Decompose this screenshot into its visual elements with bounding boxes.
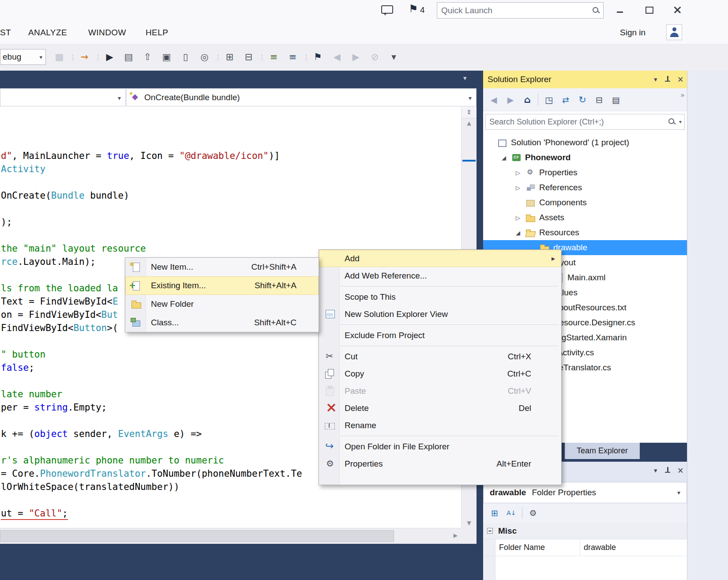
horizontal-scrollbar[interactable]: ▶ xyxy=(0,528,461,544)
outdent-icon[interactable] xyxy=(284,49,302,64)
tree-item-resources[interactable]: ◢Resources xyxy=(483,225,687,240)
deploy-icon[interactable] xyxy=(139,49,157,64)
pin-icon[interactable] xyxy=(663,75,672,84)
preview-icon[interactable] xyxy=(608,92,624,107)
property-value[interactable]: drawable xyxy=(580,539,687,556)
context-menu-item-delete[interactable]: DeleteDel xyxy=(319,399,561,417)
home-icon[interactable] xyxy=(519,92,535,107)
context-menu-item-add[interactable]: Add▸ xyxy=(319,250,561,267)
context-menu-item-rename[interactable]: Rename xyxy=(319,417,561,434)
scroll-up-arrow-icon[interactable]: ▲ xyxy=(462,120,477,126)
close-icon[interactable]: × xyxy=(678,466,683,475)
sign-in-link[interactable]: Sign in xyxy=(620,21,645,44)
bookmark-icon[interactable] xyxy=(309,49,327,64)
properties-object-combo[interactable]: drawable Folder Properties ▾ xyxy=(483,482,687,503)
code-line[interactable]: ); xyxy=(1,215,461,229)
quick-launch-input[interactable] xyxy=(437,5,591,16)
start-icon[interactable] xyxy=(101,49,119,64)
device-icon[interactable] xyxy=(176,49,195,64)
scope-icon[interactable] xyxy=(541,92,557,107)
overflow-icon[interactable] xyxy=(385,49,403,64)
context-menu-item-copy[interactable]: CopyCtrl+C xyxy=(319,365,561,382)
horizontal-scroll-thumb[interactable] xyxy=(0,530,394,542)
add-submenu-item-new-item[interactable]: New Item...Ctrl+Shift+A xyxy=(125,258,319,276)
add-submenu-item-class[interactable]: Class...Shift+Alt+C xyxy=(125,313,319,332)
context-menu-item-new-solution-explorer-view[interactable]: New Solution Explorer View xyxy=(319,305,561,323)
context-menu-item-paste[interactable]: PasteCtrl+V xyxy=(319,382,561,399)
code-line[interactable] xyxy=(1,202,461,215)
navigate-icon[interactable] xyxy=(75,49,94,64)
maximize-button[interactable] xyxy=(639,3,658,17)
tree-item-solution-phoneword-1-project[interactable]: Solution 'Phoneword' (1 project) xyxy=(483,135,687,150)
toolbar-overflow-icon[interactable]: » xyxy=(681,91,684,98)
menu-analyze[interactable]: ANALYZE xyxy=(28,21,67,44)
categorized-icon[interactable] xyxy=(487,505,503,520)
tree-item-assets[interactable]: ▷Assets xyxy=(483,210,687,225)
expander-closed-icon[interactable]: ▷ xyxy=(515,169,525,176)
next-bookmark-icon[interactable] xyxy=(347,49,365,64)
screenshot-icon[interactable] xyxy=(158,49,176,64)
code-line[interactable] xyxy=(1,493,461,507)
collapse-all-icon[interactable] xyxy=(591,92,607,107)
context-menu-item-properties[interactable]: PropertiesAlt+Enter xyxy=(319,455,561,472)
window-position-chevron-icon[interactable]: ▾ xyxy=(654,75,657,83)
add-submenu-item-existing-item[interactable]: Existing Item...Shift+Alt+A xyxy=(125,276,319,295)
back-icon[interactable] xyxy=(486,92,502,107)
tree-item-components[interactable]: Components xyxy=(483,195,687,210)
code-line[interactable] xyxy=(1,136,461,149)
context-menu-item-cut[interactable]: CutCtrl+X xyxy=(319,348,561,365)
context-menu-item-open-folder-in-file-explorer[interactable]: Open Folder in File Explorer xyxy=(319,438,561,455)
property-category-row[interactable]: Misc xyxy=(483,523,687,539)
alphabetical-icon[interactable] xyxy=(503,505,519,520)
chevron-down-icon[interactable]: ▾ xyxy=(679,119,682,125)
tab-team-explorer[interactable]: Team Explorer xyxy=(565,443,640,459)
tool-window-icon[interactable] xyxy=(221,49,239,64)
menu-st[interactable]: ST xyxy=(0,21,11,44)
code-line[interactable]: ut = "Call"; xyxy=(1,507,461,520)
scroll-down-arrow-icon[interactable]: ▼ xyxy=(462,520,477,526)
tree-item-phoneword[interactable]: ◢Phoneword xyxy=(483,150,687,165)
code-line[interactable]: Activity xyxy=(1,162,461,176)
clear-bookmarks-icon[interactable] xyxy=(366,49,384,64)
sync-icon[interactable] xyxy=(558,92,574,107)
document-outline-icon[interactable] xyxy=(240,49,258,64)
tree-item-references[interactable]: ▷References xyxy=(483,180,687,195)
property-row-folder-name[interactable]: Folder Namedrawable xyxy=(483,539,687,556)
tree-item-properties[interactable]: ▷Properties xyxy=(483,165,687,180)
pin-icon[interactable] xyxy=(663,466,672,475)
search-icon[interactable] xyxy=(667,117,677,127)
context-menu-item-scope-to-this[interactable]: Scope to This xyxy=(319,288,561,305)
scroll-right-arrow-icon[interactable]: ▶ xyxy=(454,532,458,539)
expander-open-icon[interactable]: ◢ xyxy=(501,154,511,161)
menu-help[interactable]: HELP xyxy=(146,21,168,44)
add-submenu-item-new-folder[interactable]: New Folder xyxy=(125,295,319,313)
feedback-icon[interactable] xyxy=(380,4,394,17)
close-button[interactable] xyxy=(668,3,687,17)
logcat-icon[interactable] xyxy=(120,49,138,64)
forward-icon[interactable] xyxy=(503,92,518,107)
profiler-icon[interactable] xyxy=(195,49,214,64)
code-line[interactable] xyxy=(1,109,461,123)
code-line[interactable] xyxy=(1,123,461,136)
code-line[interactable] xyxy=(1,229,461,242)
code-line[interactable]: d", MainLauncher = true, Icon = "@drawab… xyxy=(1,149,461,162)
indent-icon[interactable] xyxy=(265,49,283,64)
members-dropdown[interactable]: OnCreate(Bundle bundle) ▾ xyxy=(126,88,477,106)
context-menu-item-exclude-from-project[interactable]: Exclude From Project xyxy=(319,327,561,344)
context-menu-item-add-web-reference[interactable]: Add Web Reference... xyxy=(319,267,561,284)
window-position-chevron-icon[interactable]: ▾ xyxy=(654,467,657,475)
close-icon[interactable]: × xyxy=(678,75,683,84)
types-dropdown[interactable]: ▾ xyxy=(0,88,126,106)
solution-explorer-search-input[interactable] xyxy=(486,117,667,127)
search-icon[interactable] xyxy=(591,5,601,16)
document-list-chevron-icon[interactable]: ▾ xyxy=(463,74,467,82)
editor-splitter-handle[interactable]: ⇕ xyxy=(462,107,477,118)
wrench-icon[interactable] xyxy=(525,505,541,520)
open-file-icon[interactable] xyxy=(50,49,68,64)
expander-closed-icon[interactable]: ▷ xyxy=(515,215,525,221)
menu-window[interactable]: WINDOW xyxy=(88,21,126,44)
prev-bookmark-icon[interactable] xyxy=(328,49,346,64)
expander-closed-icon[interactable]: ▷ xyxy=(515,185,525,191)
notifications-flag-icon[interactable]: ⚑ xyxy=(409,3,418,15)
expander-open-icon[interactable]: ◢ xyxy=(515,230,525,236)
